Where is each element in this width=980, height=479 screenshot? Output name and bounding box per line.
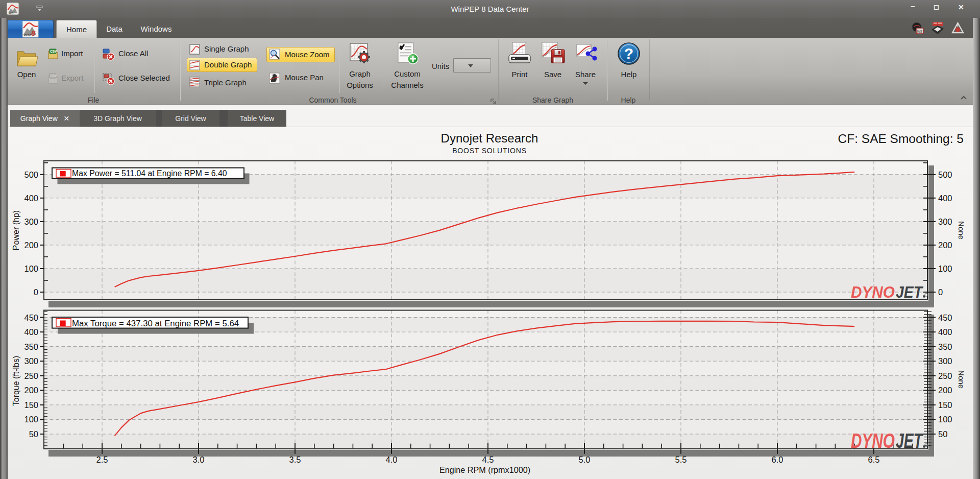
svg-text:150: 150 <box>938 400 952 410</box>
svg-text:250: 250 <box>938 371 952 380</box>
svg-text:500: 500 <box>938 170 952 179</box>
svg-text:300: 300 <box>24 217 38 226</box>
svg-text:CSV: CSV <box>50 74 57 78</box>
svg-text:Engine RPM (rpmx1000): Engine RPM (rpmx1000) <box>439 465 530 474</box>
svg-text:8: 8 <box>31 29 36 37</box>
svg-text:200: 200 <box>24 241 38 250</box>
svg-text:4.5: 4.5 <box>482 455 494 464</box>
svg-text:None: None <box>957 221 966 240</box>
svg-text:Max Power = 511.04 at Engine R: Max Power = 511.04 at Engine RPM = 6.40 <box>72 169 227 178</box>
svg-text:6.5: 6.5 <box>868 455 880 464</box>
svg-text:300: 300 <box>938 356 952 366</box>
svg-text:0: 0 <box>938 288 943 297</box>
svg-text:WM: WM <box>23 33 31 37</box>
svg-text:400: 400 <box>24 327 38 337</box>
svg-text:100: 100 <box>24 415 38 424</box>
svg-text:2.5: 2.5 <box>96 455 108 464</box>
svg-text:200: 200 <box>938 386 952 395</box>
svg-text:DYNO: DYNO <box>851 283 895 301</box>
svg-text:Max Torque = 437.30 at Engine: Max Torque = 437.30 at Engine RPM = 5.64 <box>72 319 239 328</box>
svg-text:0: 0 <box>34 288 38 297</box>
svg-text:500: 500 <box>24 170 38 179</box>
svg-text:400: 400 <box>24 194 38 203</box>
svg-text:100: 100 <box>938 415 952 424</box>
svg-text:6.0: 6.0 <box>772 455 783 464</box>
svg-text:JET: JET <box>896 429 924 452</box>
svg-text:Torque (ft-lbs): Torque (ft-lbs) <box>12 356 20 406</box>
svg-text:250: 250 <box>24 371 38 380</box>
svg-text:3.0: 3.0 <box>193 455 205 464</box>
svg-text:50: 50 <box>29 429 38 439</box>
svg-text:CSV: CSV <box>50 50 57 53</box>
svg-text:450: 450 <box>938 313 952 322</box>
svg-text:5.0: 5.0 <box>579 455 591 464</box>
svg-text:200: 200 <box>24 386 38 395</box>
svg-text:50: 50 <box>938 429 947 439</box>
svg-text:5.5: 5.5 <box>675 455 687 464</box>
svg-text:300: 300 <box>938 217 952 226</box>
svg-text:350: 350 <box>938 342 952 351</box>
svg-text:4.0: 4.0 <box>386 455 398 464</box>
svg-text:100: 100 <box>24 264 38 273</box>
svg-text:300: 300 <box>24 356 38 366</box>
svg-text:?: ? <box>624 45 633 62</box>
svg-text:None: None <box>957 370 966 389</box>
svg-text:400: 400 <box>938 194 952 203</box>
svg-text:400: 400 <box>938 327 952 337</box>
svg-text:3.5: 3.5 <box>289 455 301 464</box>
svg-text:100: 100 <box>938 264 952 273</box>
svg-text:W8: W8 <box>917 30 923 33</box>
svg-text:150: 150 <box>24 400 38 410</box>
svg-text:DYNO: DYNO <box>851 429 895 452</box>
svg-text:JET: JET <box>896 283 923 301</box>
svg-text:450: 450 <box>24 313 38 322</box>
svg-text:350: 350 <box>24 342 38 351</box>
svg-text:200: 200 <box>938 241 952 250</box>
svg-text:Dynojet Research: Dynojet Research <box>441 131 538 145</box>
svg-text:CF: SAE Smoothing: 5: CF: SAE Smoothing: 5 <box>838 132 964 146</box>
svg-text:Power (hp): Power (hp) <box>12 210 20 250</box>
svg-text:BOOST SOLUTIONS: BOOST SOLUTIONS <box>452 147 527 155</box>
